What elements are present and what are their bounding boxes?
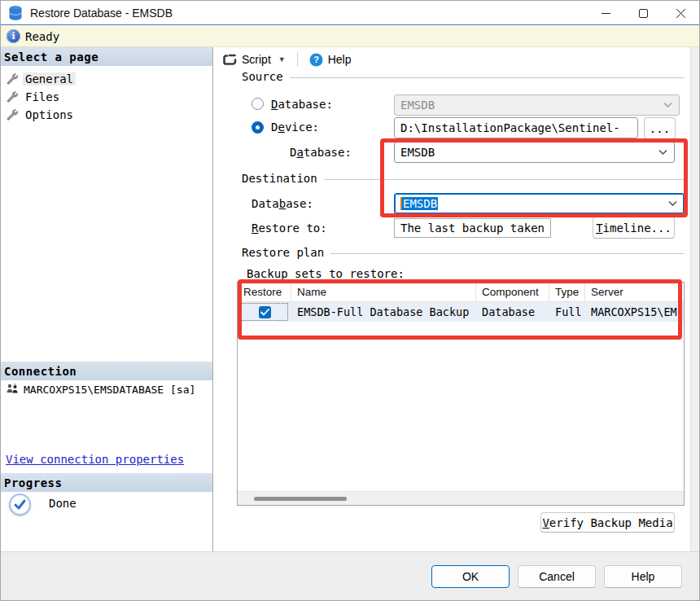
- sidebar-item-options[interactable]: Options: [6, 106, 76, 123]
- sidebar-item-label: General: [23, 72, 76, 86]
- checkbox-focus-rect: [240, 302, 289, 322]
- column-header-name[interactable]: Name: [291, 283, 476, 301]
- sidebar-item-general[interactable]: General: [6, 70, 76, 87]
- title-bar: Restore Database - EMSDB: [1, 1, 699, 25]
- window-title: Restore Database - EMSDB: [30, 7, 173, 20]
- backup-sets-table[interactable]: Restore Name Component Type Server EMSDB…: [237, 282, 685, 506]
- destination-database-combobox[interactable]: EMSDB: [394, 193, 685, 214]
- chevron-down-icon: [663, 103, 672, 108]
- column-header-server[interactable]: Server: [585, 283, 684, 301]
- destination-database-label: Database:: [252, 197, 313, 210]
- source-device-field[interactable]: D:\InstallationPackage\Sentinel-: [394, 117, 638, 138]
- column-header-component[interactable]: Component: [476, 283, 549, 301]
- table-row[interactable]: EMSDB-Full Database Backup Database Full…: [238, 302, 684, 322]
- connection-header: Connection: [1, 362, 212, 380]
- source-database2-value: EMSDB: [400, 146, 435, 159]
- close-button[interactable]: [662, 1, 699, 25]
- toolbar: Script ▼ ? Help: [214, 47, 700, 72]
- restore-to-label: Restore to:: [252, 222, 327, 235]
- view-connection-properties-link[interactable]: View connection properties: [6, 453, 184, 466]
- chevron-down-icon: ▼: [278, 55, 286, 64]
- backup-sets-label: Backup sets to restore:: [247, 267, 405, 280]
- name-cell: EMSDB-Full Database Backup: [291, 305, 476, 318]
- source-device-radio[interactable]: [252, 121, 264, 134]
- script-button-label: Script: [242, 53, 271, 66]
- connection-server-label: MARCOXPS15\EMSDATABASE [sa]: [24, 384, 195, 396]
- script-icon: [223, 54, 237, 66]
- chevron-down-icon: [668, 201, 677, 207]
- restore-to-value: The last backup taken: [400, 222, 545, 235]
- wrench-icon: [6, 108, 18, 121]
- source-database2-label: Database:: [290, 146, 352, 159]
- cancel-button[interactable]: Cancel: [518, 565, 596, 588]
- restore-database-dialog: Restore Database - EMSDB i Ready Select …: [0, 0, 700, 601]
- table-horizontal-scrollbar[interactable]: [238, 491, 684, 505]
- scrollbar-thumb[interactable]: [254, 497, 347, 501]
- source-database-label: Database:: [271, 98, 333, 111]
- progress-status-label: Done: [49, 497, 77, 510]
- help-footer-button[interactable]: Help: [604, 565, 682, 588]
- destination-database-value: EMSDB: [402, 197, 438, 210]
- server-cell: MARCOXPS15\EM: [585, 305, 684, 318]
- status-bar: i Ready: [1, 26, 699, 47]
- maximize-button[interactable]: [624, 1, 662, 25]
- destination-group-label: Destination: [242, 172, 685, 185]
- source-database-combobox: EMSDB: [394, 94, 680, 116]
- help-button-label: Help: [328, 53, 352, 66]
- restore-plan-group-label: Restore plan: [242, 246, 685, 259]
- svg-text:?: ?: [313, 55, 319, 64]
- server-connection-icon: [6, 383, 19, 396]
- help-icon: ?: [309, 53, 323, 67]
- source-database-value: EMSDB: [400, 99, 435, 112]
- sidebar-item-label: Files: [23, 90, 62, 103]
- script-button[interactable]: Script ▼: [219, 50, 290, 68]
- source-group-label: Source: [242, 70, 685, 83]
- footer: OK Cancel Help: [1, 551, 699, 601]
- vertical-scrollbar[interactable]: [690, 47, 700, 551]
- chevron-down-icon: [658, 150, 667, 156]
- type-cell: Full: [549, 305, 585, 318]
- table-header-row: Restore Name Component Type Server: [238, 283, 684, 302]
- source-device-value: D:\InstallationPackage\Sentinel-: [400, 121, 620, 134]
- status-text: Ready: [25, 30, 59, 43]
- select-a-page-header: Select a page: [1, 47, 212, 66]
- ok-button[interactable]: OK: [431, 565, 510, 588]
- info-icon: i: [7, 29, 20, 43]
- restore-checkbox[interactable]: [259, 306, 271, 318]
- maximize-icon: [639, 9, 648, 18]
- minimize-button[interactable]: [587, 1, 624, 25]
- source-database-radio[interactable]: [252, 98, 264, 110]
- sidebar: Select a page General Files Options Conn…: [1, 47, 213, 551]
- toolbar-separator: [297, 52, 298, 67]
- sidebar-item-files[interactable]: Files: [6, 88, 62, 105]
- connection-server: MARCOXPS15\EMSDATABASE [sa]: [6, 383, 195, 396]
- sidebar-item-label: Options: [23, 108, 76, 121]
- wrench-icon: [6, 72, 18, 85]
- restore-to-field: The last backup taken: [394, 218, 551, 238]
- minimize-icon: [602, 9, 610, 18]
- help-button[interactable]: ? Help: [305, 50, 356, 69]
- main-panel: Script ▼ ? Help Source Database: EMSDB D…: [214, 47, 700, 551]
- source-device-label: Device:: [271, 121, 319, 134]
- close-icon: [676, 9, 685, 18]
- done-check-icon: [9, 494, 31, 515]
- timeline-button[interactable]: Timeline...: [593, 217, 675, 239]
- column-header-restore[interactable]: Restore: [238, 283, 291, 301]
- restore-cell: [238, 302, 291, 322]
- component-cell: Database: [476, 305, 549, 318]
- wrench-icon: [6, 90, 18, 103]
- check-icon: [260, 309, 269, 316]
- source-database2-combobox[interactable]: EMSDB: [394, 142, 675, 163]
- verify-backup-media-button[interactable]: Verify Backup Media: [540, 512, 675, 533]
- browse-device-button[interactable]: ...: [644, 117, 676, 139]
- progress-header: Progress: [1, 473, 212, 492]
- database-icon: [8, 6, 23, 20]
- column-header-type[interactable]: Type: [549, 283, 585, 301]
- progress-status: Done: [9, 494, 77, 515]
